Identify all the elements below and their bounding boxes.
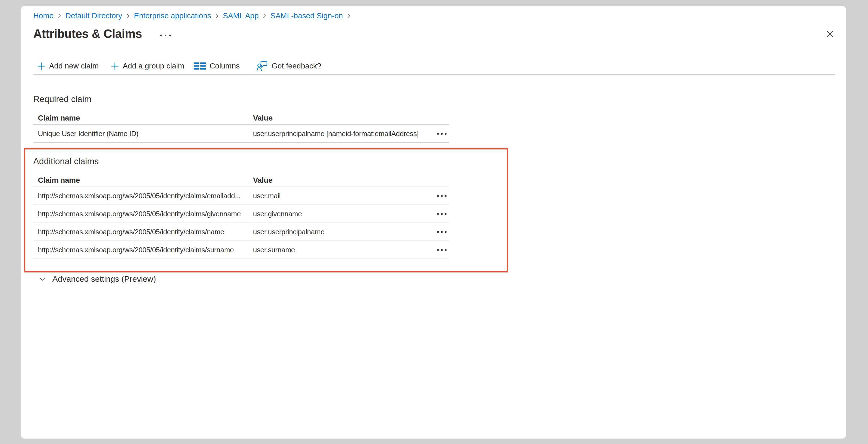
got-feedback-label: Got feedback? bbox=[272, 62, 321, 70]
claim-value-cell: user.surname bbox=[253, 246, 430, 254]
additional-claims-table: Claim name Value http://schemas.xmlsoap.… bbox=[33, 174, 449, 259]
additional-claims-section-title: Additional claims bbox=[33, 156, 99, 166]
claim-name-cell: http://schemas.xmlsoap.org/ws/2005/05/id… bbox=[33, 210, 253, 218]
claim-value-cell: user.userprincipalname bbox=[253, 228, 430, 236]
feedback-icon bbox=[256, 60, 268, 72]
advanced-settings-label: Advanced settings (Preview) bbox=[52, 274, 156, 284]
row-context-menu-icon[interactable] bbox=[434, 229, 447, 235]
plus-icon bbox=[111, 62, 119, 70]
table-row[interactable]: http://schemas.xmlsoap.org/ws/2005/05/id… bbox=[33, 187, 449, 205]
required-claim-section-title: Required claim bbox=[33, 94, 91, 104]
table-header-row: Claim name Value bbox=[33, 112, 449, 125]
toolbar-rule bbox=[33, 74, 835, 75]
breadcrumb-saml-app[interactable]: SAML App bbox=[223, 11, 259, 20]
row-context-menu-icon[interactable] bbox=[434, 131, 447, 136]
claim-name-column-header: Claim name bbox=[33, 176, 253, 185]
claim-name-cell: http://schemas.xmlsoap.org/ws/2005/05/id… bbox=[33, 192, 253, 200]
breadcrumb: Home Default Directory Enterprise applic… bbox=[33, 10, 355, 21]
attributes-claims-panel: Home Default Directory Enterprise applic… bbox=[21, 6, 846, 439]
close-icon[interactable] bbox=[824, 28, 836, 40]
value-column-header: Value bbox=[253, 176, 430, 185]
breadcrumb-home[interactable]: Home bbox=[33, 11, 54, 20]
value-column-header: Value bbox=[253, 114, 430, 122]
add-new-claim-label: Add new claim bbox=[49, 62, 99, 70]
chevron-right-icon bbox=[215, 13, 219, 19]
chevron-right-icon bbox=[263, 13, 266, 19]
row-context-menu-icon[interactable] bbox=[434, 211, 447, 216]
columns-label: Columns bbox=[210, 62, 240, 70]
add-new-claim-button[interactable]: Add new claim bbox=[37, 62, 99, 70]
command-bar: Add new claim Add a group claim Columns bbox=[37, 59, 321, 72]
got-feedback-button[interactable]: Got feedback? bbox=[256, 60, 321, 72]
row-context-menu-icon[interactable] bbox=[434, 194, 447, 199]
columns-button[interactable]: Columns bbox=[193, 61, 240, 71]
claim-name-column-header: Claim name bbox=[33, 114, 253, 122]
claim-value-cell: user.userprincipalname [nameid-format:em… bbox=[253, 129, 430, 138]
chevron-right-icon bbox=[126, 13, 130, 19]
add-group-claim-label: Add a group claim bbox=[123, 62, 184, 70]
table-row[interactable]: http://schemas.xmlsoap.org/ws/2005/05/id… bbox=[33, 241, 449, 259]
chevron-right-icon bbox=[347, 13, 350, 19]
table-header-row: Claim name Value bbox=[33, 174, 449, 187]
chevron-down-icon bbox=[39, 277, 46, 282]
plus-icon bbox=[37, 62, 45, 70]
title-row: Attributes & Claims bbox=[33, 27, 172, 41]
advanced-settings-toggle[interactable]: Advanced settings (Preview) bbox=[39, 274, 156, 284]
claim-value-cell: user.givenname bbox=[253, 210, 430, 218]
toolbar-divider bbox=[248, 61, 248, 71]
chevron-right-icon bbox=[58, 13, 61, 19]
row-context-menu-icon[interactable] bbox=[434, 247, 447, 253]
breadcrumb-default-directory[interactable]: Default Directory bbox=[65, 11, 122, 20]
claim-name-cell: http://schemas.xmlsoap.org/ws/2005/05/id… bbox=[33, 246, 253, 254]
more-options-icon[interactable] bbox=[159, 35, 172, 36]
add-group-claim-button[interactable]: Add a group claim bbox=[111, 62, 184, 70]
table-row[interactable]: http://schemas.xmlsoap.org/ws/2005/05/id… bbox=[33, 223, 449, 241]
breadcrumb-enterprise-applications[interactable]: Enterprise applications bbox=[134, 11, 211, 20]
claim-value-cell: user.mail bbox=[253, 192, 430, 200]
table-row[interactable]: Unique User Identifier (Name ID) user.us… bbox=[33, 125, 449, 143]
claim-name-cell: http://schemas.xmlsoap.org/ws/2005/05/id… bbox=[33, 228, 253, 236]
page-title: Attributes & Claims bbox=[33, 27, 142, 41]
breadcrumb-saml-based-sign-on[interactable]: SAML-based Sign-on bbox=[271, 11, 343, 20]
table-row[interactable]: http://schemas.xmlsoap.org/ws/2005/05/id… bbox=[33, 205, 449, 223]
columns-icon bbox=[193, 61, 206, 71]
required-claim-table: Claim name Value Unique User Identifier … bbox=[33, 112, 449, 143]
claim-name-cell: Unique User Identifier (Name ID) bbox=[33, 129, 253, 138]
